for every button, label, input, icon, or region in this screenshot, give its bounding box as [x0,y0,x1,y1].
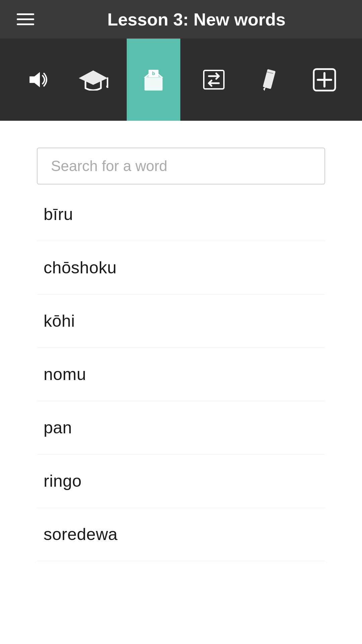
svg-point-3 [106,85,108,88]
flashcard-icon: b [142,67,165,92]
main-content: bīru chōshoku kōhi nomu pan ringo sorede… [0,121,362,581]
list-item[interactable]: nomu [37,348,325,401]
search-input[interactable] [37,148,325,184]
hamburger-menu-button[interactable] [17,13,34,25]
list-item[interactable]: ringo [37,454,325,508]
word-list: bīru chōshoku kōhi nomu pan ringo sorede… [37,198,325,561]
svg-marker-0 [29,72,40,88]
svg-rect-4 [144,78,163,91]
toolbar-item-flashcard[interactable]: b [127,39,180,121]
toolbar-item-pencil[interactable] [247,50,291,110]
list-item[interactable]: chōshoku [37,241,325,294]
svg-rect-7 [204,70,224,89]
swap-icon [202,69,226,91]
toolbar: b [0,39,362,121]
pencil-icon [260,68,278,92]
svg-marker-11 [263,87,266,91]
toolbar-item-graduation[interactable] [71,50,115,110]
page-title: Lesson 3: New words [48,9,345,30]
list-item[interactable]: pan [37,401,325,454]
plus-icon [313,68,336,92]
speaker-icon [27,69,49,91]
app-header: Lesson 3: New words [0,0,362,39]
search-container [37,148,325,184]
list-item[interactable]: soredewa [37,508,325,561]
toolbar-item-swap[interactable] [192,50,236,110]
list-item[interactable]: bīru [37,198,325,241]
graduation-cap-icon [78,69,108,91]
svg-marker-1 [79,70,108,85]
toolbar-item-plus[interactable] [303,50,346,110]
toolbar-item-speaker[interactable] [16,50,60,110]
list-item[interactable]: kōhi [37,294,325,348]
svg-text:b: b [152,71,155,76]
